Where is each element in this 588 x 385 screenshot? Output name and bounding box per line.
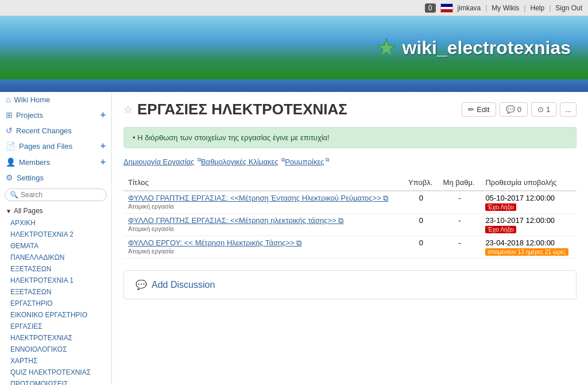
col-submitted: Υποβλ. xyxy=(404,175,439,191)
sidebar-page-link[interactable]: ΠΑΝΕΛΛΑΔΙΚΩΝ xyxy=(0,252,111,263)
help-link[interactable]: Help xyxy=(530,4,544,12)
assignment-link[interactable]: ΦΥΛΛΟ ΓΡΑΠΤΗΣ ΕΡΓΑΣΙΑΣ: <<Μέτρηση ηλεκτρ… xyxy=(128,216,343,225)
page-header: ☆ ΕΡΓΑΣΙΕΣ ΗΛΕΚΤΡΟΤΕΧΝΙΑΣ ✏ Edit 💬 0 ⊙ 1… xyxy=(123,101,577,118)
settings-icon: ⚙ xyxy=(6,173,13,182)
table-header: Τίτλος Υποβλ. Μη βαθμ. Προθεσμία υποβολή… xyxy=(123,175,577,191)
search-box: 🔍 xyxy=(5,188,107,201)
sidebar-item-members[interactable]: 👤 Members + xyxy=(0,154,111,170)
sidebar-page-link[interactable]: ΕΞΕΤΑΣΕΩΝ xyxy=(0,263,111,275)
sidebar-page-link[interactable]: ΕΝΝΟΙΟΛΟΓΙΚΟΣ xyxy=(0,344,111,355)
top-bar: 0 jimkava | My Wikis | Help | Sign Out xyxy=(0,0,588,16)
projects-add-button[interactable]: + xyxy=(100,110,106,120)
discussion-icon: 💬 xyxy=(136,279,147,290)
username-link[interactable]: jimkava xyxy=(458,4,481,12)
sidebar-page-link[interactable]: ΘΕΜΑΤΑ xyxy=(0,240,111,252)
add-discussion-section[interactable]: 💬 Add Discussion xyxy=(123,270,577,299)
comment-icon: 💬 xyxy=(506,105,515,114)
sign-out-link[interactable]: Sign Out xyxy=(555,4,582,12)
assignment-link[interactable]: ΦΥΛΛΟ ΕΡΓΟΥ: << Μέτρηση Ηλεκτρικής Τάσης… xyxy=(128,238,301,247)
recent-changes-icon: ↺ xyxy=(6,126,13,135)
edit-button[interactable]: ✏ Edit xyxy=(462,102,496,117)
search-input[interactable] xyxy=(21,191,102,199)
my-wikis-link[interactable]: My Wikis xyxy=(492,4,519,12)
deadline-badge: Έχει Λήξει xyxy=(485,203,516,211)
col-ungraded: Μη βαθμ. xyxy=(439,175,481,191)
wiki-logo-icon xyxy=(376,37,397,58)
header-banner: wiki_electrotexnias xyxy=(0,16,588,79)
nav-link-2[interactable]: Ρουμπρίκες xyxy=(285,157,324,166)
views-badge: ⊙ 1 xyxy=(531,102,556,117)
all-pages-header[interactable]: ▼ All Pages xyxy=(0,205,111,217)
nav-link-1[interactable]: Βαθμολογικές Κλίμακες xyxy=(201,157,278,166)
table-row: ΦΥΛΛΟ ΓΡΑΠΤΗΣ ΕΡΓΑΣΙΑΣ: <<Μέτρηση Ένταση… xyxy=(123,191,577,214)
notification-counter: 0 xyxy=(425,3,436,13)
flag-icon xyxy=(440,3,453,13)
home-icon: ⌂ xyxy=(6,95,10,104)
nav-links-row: Δημιουργία Εργασίας ⧉Βαθμολογικές Κλίμακ… xyxy=(123,157,577,166)
sidebar-item-wiki-home[interactable]: ⌂ Wiki Home xyxy=(0,92,111,107)
members-add-button[interactable]: + xyxy=(100,157,106,167)
nav-strip xyxy=(0,79,588,92)
table-body: ΦΥΛΛΟ ΓΡΑΠΤΗΣ ΕΡΓΑΣΙΑΣ: <<Μέτρηση Ένταση… xyxy=(123,191,577,259)
triangle-icon: ▼ xyxy=(6,208,11,214)
members-icon: 👤 xyxy=(6,157,16,167)
sidebar-page-link[interactable]: ΕΡΓΑΣΤΗΡΙΟ xyxy=(0,298,111,309)
sidebar-item-settings[interactable]: ⚙ Settings xyxy=(0,170,111,185)
sidebar-page-link[interactable]: ΗΛΕΚΤΡΟΤΕΧΝΙΑΣ xyxy=(0,332,111,344)
sidebar-item-recent-changes[interactable]: ↺ Recent Changes xyxy=(0,123,111,138)
page-title-row: ☆ ΕΡΓΑΣΙΕΣ ΗΛΕΚΤΡΟΤΕΧΝΙΑΣ xyxy=(123,101,347,118)
pencil-icon: ✏ xyxy=(468,105,474,114)
search-icon: 🔍 xyxy=(10,191,18,199)
comments-badge: 💬 0 xyxy=(500,102,528,117)
assignments-table: Τίτλος Υποβλ. Μη βαθμ. Προθεσμία υποβολή… xyxy=(123,175,577,259)
assignment-link[interactable]: ΦΥΛΛΟ ΓΡΑΠΤΗΣ ΕΡΓΑΣΙΑΣ: <<Μέτρηση Ένταση… xyxy=(128,194,388,202)
sidebar-item-pages-files[interactable]: 📄 Pages and Files + xyxy=(0,138,111,154)
pages-add-button[interactable]: + xyxy=(100,141,106,151)
sidebar-page-link[interactable]: ΗΛΕΚΤΡΟΤΕΧΝΙΑ 2 xyxy=(0,229,111,240)
site-title: wiki_electrotexnias xyxy=(376,37,571,59)
sidebar-page-link[interactable]: ΕΞΕΤΑΣΕΩΝ xyxy=(0,286,111,298)
more-options-button[interactable]: ... xyxy=(560,102,577,117)
deadline-badge: απομένουν 13 ημέρες 21 ώρες xyxy=(485,248,568,256)
col-deadline: Προθεσμία υποβολής xyxy=(481,175,577,191)
favorite-star-icon[interactable]: ☆ xyxy=(123,103,133,116)
sidebar-page-link[interactable]: ΧΑΡΤΗΣ xyxy=(0,355,111,367)
success-message: Η διόρθωση των στοιχείων της εργασίας έγ… xyxy=(123,127,577,148)
eye-icon: ⊙ xyxy=(537,105,544,114)
sidebar-page-link[interactable]: ΑΡΧΙΚΗ xyxy=(0,217,111,229)
main-content: ☆ ΕΡΓΑΣΙΕΣ ΗΛΕΚΤΡΟΤΕΧΝΙΑΣ ✏ Edit 💬 0 ⊙ 1… xyxy=(112,92,588,385)
nav-link-0[interactable]: Δημιουργία Εργασίας xyxy=(123,157,194,166)
sidebar: ⌂ Wiki Home ⊞ Projects + ↺ Recent Change… xyxy=(0,92,112,385)
sidebar-pages-list: ΑΡΧΙΚΗΗΛΕΚΤΡΟΤΕΧΝΙΑ 2ΘΕΜΑΤΑΠΑΝΕΛΛΑΔΙΚΩΝΕ… xyxy=(0,217,111,385)
table-row: ΦΥΛΛΟ ΕΡΓΟΥ: << Μέτρηση Ηλεκτρικής Τάσης… xyxy=(123,236,577,259)
sidebar-page-link[interactable]: ΠΡΟΣΟΜΟΙΩΣΕΙΣ xyxy=(0,378,111,385)
deadline-badge: Έχει Λήξει xyxy=(485,226,516,233)
col-title: Τίτλος xyxy=(123,175,404,191)
sidebar-item-projects[interactable]: ⊞ Projects + xyxy=(0,107,111,123)
page-title: ΕΡΓΑΣΙΕΣ ΗΛΕΚΤΡΟΤΕΧΝΙΑΣ xyxy=(137,101,347,118)
sidebar-page-link[interactable]: ΗΛΕΚΤΡΟΤΕΧΝΙΑ 1 xyxy=(0,275,111,286)
projects-icon: ⊞ xyxy=(6,110,13,120)
pages-icon: 📄 xyxy=(6,141,16,151)
sidebar-page-link[interactable]: ΕΡΓΑΣΙΕΣ xyxy=(0,321,111,332)
main-layout: ⌂ Wiki Home ⊞ Projects + ↺ Recent Change… xyxy=(0,92,588,385)
sidebar-page-link[interactable]: QUIZ ΗΛΕΚΤΡΟΤΕΧΝΙΑΣ xyxy=(0,367,111,378)
page-actions: ✏ Edit 💬 0 ⊙ 1 ... xyxy=(462,102,577,117)
sidebar-page-link[interactable]: ΕΙΚΟΝΙΚΟ ΕΡΓΑΣΤΗΡΙΟ xyxy=(0,309,111,321)
table-row: ΦΥΛΛΟ ΓΡΑΠΤΗΣ ΕΡΓΑΣΙΑΣ: <<Μέτρηση ηλεκτρ… xyxy=(123,214,577,236)
add-discussion-label: Add Discussion xyxy=(152,280,215,290)
